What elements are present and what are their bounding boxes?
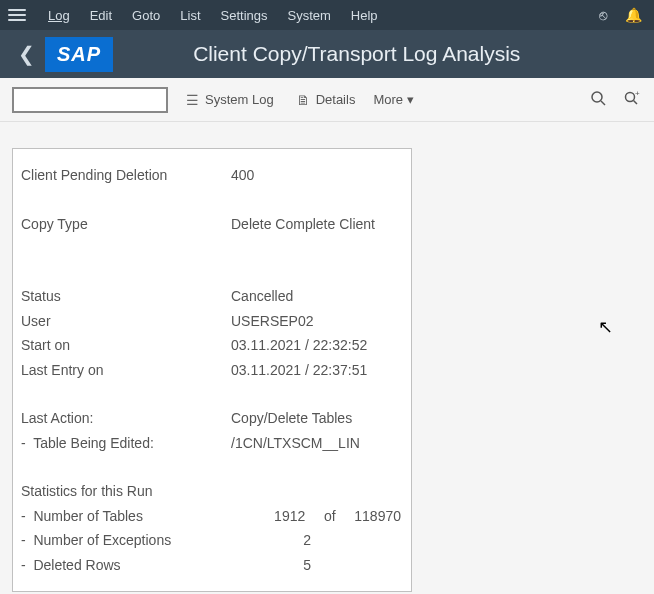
user-label: User (19, 309, 231, 334)
system-log-label: System Log (205, 92, 274, 107)
details-icon: 🗎 (296, 92, 310, 108)
stats-heading: Statistics for this Run (19, 479, 231, 504)
svg-line-3 (634, 100, 638, 104)
start-on-label: Start on (19, 333, 231, 358)
client-pending-label: Client Pending Deletion (19, 163, 231, 188)
page-title: Client Copy/Transport Log Analysis (133, 42, 646, 66)
copy-type-label: Copy Type (19, 212, 231, 237)
details-label: Details (316, 92, 356, 107)
last-entry-value: 03.11.2021 / 22:37:51 (231, 358, 405, 383)
status-label: Status (19, 284, 231, 309)
command-input[interactable] (12, 87, 168, 113)
num-exceptions-label: - Number of Exceptions (19, 528, 231, 553)
client-pending-value: 400 (231, 163, 405, 188)
table-edited-value: /1CN/LTXSCM__LIN (231, 431, 405, 456)
svg-text:+: + (635, 90, 640, 98)
search-next-icon[interactable]: + (624, 90, 642, 110)
num-tables-label: - Number of Tables (19, 504, 227, 529)
svg-point-2 (626, 92, 635, 101)
status-value: Cancelled (231, 284, 405, 309)
system-log-button[interactable]: ☰ System Log (182, 90, 278, 110)
deleted-rows-label: - Deleted Rows (19, 553, 231, 578)
deleted-rows-value: 5 (231, 553, 311, 578)
last-action-value: Copy/Delete Tables (231, 406, 405, 431)
system-log-icon: ☰ (186, 92, 199, 108)
num-tables-of: of (305, 504, 354, 529)
hamburger-icon[interactable] (8, 6, 26, 24)
titlebar: ❮ SAP Client Copy/Transport Log Analysis (0, 30, 654, 78)
user-value: USERSEP02 (231, 309, 405, 334)
num-tables-current: 1912 (227, 504, 305, 529)
menu-system[interactable]: System (278, 0, 341, 30)
sap-logo: SAP (45, 37, 113, 72)
num-tables-total: 118970 (354, 504, 405, 529)
menu-log[interactable]: Log (38, 0, 80, 30)
table-edited-label: - Table Being Edited: (19, 431, 231, 456)
details-button[interactable]: 🗎 Details (292, 90, 360, 110)
menu-settings[interactable]: Settings (211, 0, 278, 30)
menu-list[interactable]: List (170, 0, 210, 30)
menu-edit[interactable]: Edit (80, 0, 122, 30)
menubar: Log Edit Goto List Settings System Help … (0, 0, 654, 30)
svg-point-0 (592, 92, 602, 102)
start-on-value: 03.11.2021 / 22:32:52 (231, 333, 405, 358)
toolbar: ☰ System Log 🗎 Details More ▾ + (0, 78, 654, 122)
back-button[interactable]: ❮ (8, 42, 45, 66)
search-icon[interactable] (590, 90, 606, 110)
last-action-label: Last Action: (19, 406, 231, 431)
num-exceptions-value: 2 (231, 528, 311, 553)
notification-icon[interactable]: 🔔 (621, 7, 646, 23)
more-label: More (373, 92, 403, 107)
content: Client Pending Deletion 400 Copy Type De… (0, 122, 654, 594)
svg-line-1 (601, 101, 605, 105)
status-icon[interactable]: ⎋ (595, 7, 611, 23)
chevron-down-icon: ▾ (407, 92, 414, 107)
info-panel: Client Pending Deletion 400 Copy Type De… (12, 148, 412, 592)
more-button[interactable]: More ▾ (373, 92, 414, 107)
menu-help[interactable]: Help (341, 0, 388, 30)
copy-type-value: Delete Complete Client (231, 212, 405, 237)
last-entry-label: Last Entry on (19, 358, 231, 383)
menu-goto[interactable]: Goto (122, 0, 170, 30)
